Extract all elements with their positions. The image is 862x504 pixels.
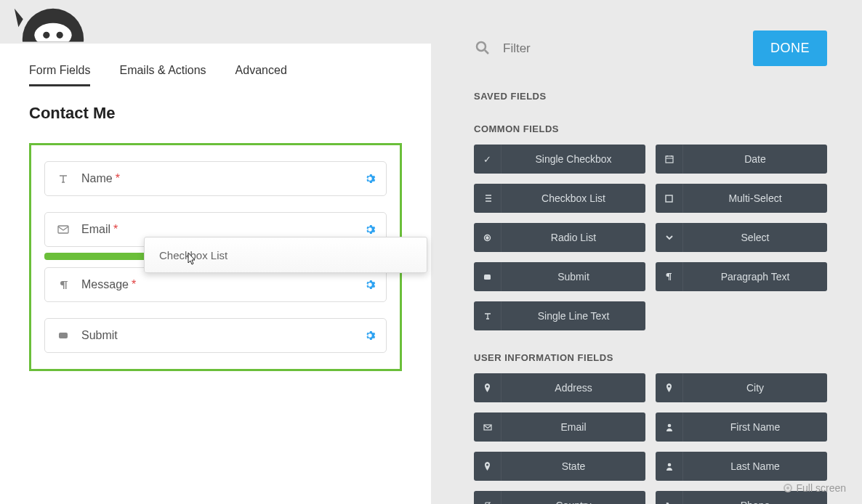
card-label: Date <box>683 153 827 165</box>
card-label: City <box>683 382 827 394</box>
card-label: Single Line Text <box>502 310 645 322</box>
filter-input[interactable] <box>503 41 753 56</box>
svg-point-4 <box>57 32 63 38</box>
done-button[interactable]: DONE <box>753 31 827 66</box>
card-label: Country <box>502 500 645 504</box>
field-label: Email* <box>81 223 118 236</box>
field-row-name[interactable]: Name* <box>44 161 387 196</box>
card-single-line-text[interactable]: Single Line Text <box>474 301 645 330</box>
card-email[interactable]: Email <box>474 412 645 442</box>
flag-icon <box>474 491 502 504</box>
section-user-info-fields: USER INFORMATION FIELDS <box>474 352 827 363</box>
svg-rect-9 <box>666 195 672 202</box>
card-label: State <box>502 460 645 472</box>
card-label: Checkbox List <box>502 192 645 204</box>
tab-advanced[interactable]: Advanced <box>235 64 287 86</box>
button-icon <box>474 262 502 291</box>
card-single-checkbox[interactable]: ✓Single Checkbox <box>474 145 645 174</box>
tab-emails-actions[interactable]: Emails & Actions <box>119 64 206 86</box>
dragging-field-chip[interactable]: Checkbox List <box>144 237 427 273</box>
svg-point-3 <box>43 32 49 38</box>
svg-rect-5 <box>58 226 68 233</box>
field-label: Message* <box>81 278 136 291</box>
card-label: Select <box>683 232 827 243</box>
pin-icon <box>474 373 502 402</box>
card-label: Radio List <box>502 232 645 243</box>
field-row-submit[interactable]: Submit <box>44 318 387 353</box>
svg-rect-6 <box>59 333 68 338</box>
pin-icon <box>656 373 683 402</box>
card-label: Submit <box>502 271 645 283</box>
field-library-panel: DONE SAVED FIELDS COMMON FIELDS ✓Single … <box>465 0 862 504</box>
card-label: Paragraph Text <box>683 271 827 283</box>
common-fields-grid: ✓Single Checkbox Date Checkbox List Mult… <box>474 145 827 330</box>
dragging-chip-label: Checkbox List <box>159 249 227 261</box>
calendar-icon <box>656 145 683 174</box>
svg-point-14 <box>667 423 671 427</box>
filter-row: DONE <box>474 31 827 66</box>
user-fields-grid: Address City Email First Name State Last… <box>474 373 827 504</box>
card-checkbox-list[interactable]: Checkbox List <box>474 184 645 213</box>
button-icon <box>55 331 71 340</box>
envelope-icon <box>55 225 71 234</box>
envelope-icon <box>474 412 502 442</box>
section-common-fields: COMMON FIELDS <box>474 123 827 134</box>
chevron-down-icon <box>656 223 683 252</box>
fullscreen-toggle[interactable]: Full screen <box>784 482 846 494</box>
card-label: Multi-Select <box>683 192 827 204</box>
user-icon <box>656 452 683 481</box>
section-saved-fields: SAVED FIELDS <box>474 91 827 102</box>
list-icon <box>474 184 502 213</box>
search-icon <box>474 39 493 58</box>
gear-icon[interactable] <box>364 330 376 341</box>
card-label: Single Checkbox <box>502 153 645 165</box>
paragraph-icon <box>656 262 683 291</box>
ninja-logo <box>13 0 93 44</box>
svg-point-7 <box>477 42 486 51</box>
fullscreen-label: Full screen <box>797 482 846 494</box>
pin-icon <box>474 452 502 481</box>
gear-icon[interactable] <box>364 224 376 235</box>
card-label: Last Name <box>683 460 827 472</box>
card-date[interactable]: Date <box>656 145 827 174</box>
card-first-name[interactable]: First Name <box>656 412 827 442</box>
radio-icon <box>474 223 502 252</box>
text-icon <box>55 173 71 184</box>
svg-rect-8 <box>666 156 673 163</box>
field-label: Name* <box>81 172 120 185</box>
card-paragraph-text[interactable]: Paragraph Text <box>656 262 827 291</box>
card-city[interactable]: City <box>656 373 827 402</box>
tab-form-fields[interactable]: Form Fields <box>29 64 90 86</box>
paragraph-icon <box>55 280 71 290</box>
card-state[interactable]: State <box>474 452 645 481</box>
text-icon <box>474 301 502 330</box>
card-radio-list[interactable]: Radio List <box>474 223 645 252</box>
card-address[interactable]: Address <box>474 373 645 402</box>
card-select[interactable]: Select <box>656 223 827 252</box>
card-label: Phone <box>683 500 827 504</box>
card-last-name[interactable]: Last Name <box>656 452 827 481</box>
card-multi-select[interactable]: Multi-Select <box>656 184 827 213</box>
svg-point-15 <box>667 463 671 466</box>
form-title: Contact Me <box>29 104 402 123</box>
fullscreen-icon <box>784 484 792 492</box>
gear-icon[interactable] <box>364 279 376 290</box>
check-icon: ✓ <box>474 145 502 174</box>
svg-rect-12 <box>484 275 491 280</box>
card-label: Address <box>502 382 645 394</box>
form-builder-panel: Form Fields Emails & Actions Advanced Co… <box>0 44 431 504</box>
gear-icon[interactable] <box>364 173 376 184</box>
card-label: Email <box>502 421 645 433</box>
card-submit[interactable]: Submit <box>474 262 645 291</box>
card-country[interactable]: Country <box>474 491 645 504</box>
svg-point-11 <box>486 237 488 239</box>
user-icon <box>656 412 683 442</box>
builder-tabs: Form Fields Emails & Actions Advanced <box>29 64 402 86</box>
card-label: First Name <box>683 421 827 433</box>
field-label: Submit <box>81 329 118 342</box>
phone-icon <box>656 491 683 504</box>
square-icon <box>656 184 683 213</box>
